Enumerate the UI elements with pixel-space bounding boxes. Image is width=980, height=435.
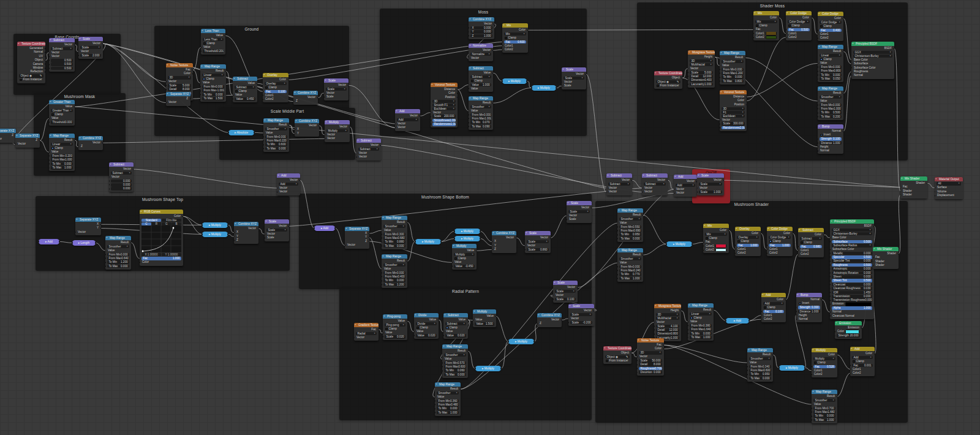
node-texture-coordinate[interactable]: Texture CoordinateObjectObject ◉✎From In… <box>603 346 631 364</box>
node-bump[interactable]: BumpNormalInvertStrength0.100Distance1.0… <box>818 124 843 154</box>
field-from-max[interactable]: From Max0.480 <box>437 403 459 407</box>
node-header[interactable]: Map Range <box>105 236 131 240</box>
socket[interactable] <box>349 126 350 128</box>
socket[interactable] <box>642 191 643 193</box>
socket[interactable] <box>263 91 263 93</box>
socket[interactable] <box>688 80 688 81</box>
field-scale[interactable]: Scale0.860 <box>527 248 549 252</box>
socket[interactable] <box>45 59 45 61</box>
node-header[interactable]: Combine XYZ <box>537 313 562 317</box>
socket[interactable] <box>318 125 319 127</box>
socket[interactable] <box>452 265 453 267</box>
field-from-max[interactable]: From Max1.000 <box>51 158 73 162</box>
node-header[interactable]: Map Range <box>720 51 745 55</box>
socket[interactable] <box>617 266 618 268</box>
field-scale[interactable]: Scale300.000 <box>722 122 745 126</box>
field-to-max[interactable]: To Max0.000 <box>265 147 287 151</box>
socket[interactable] <box>49 151 50 153</box>
node-header[interactable]: Divide <box>414 313 439 317</box>
socket[interactable] <box>935 195 935 197</box>
socket[interactable] <box>263 99 263 100</box>
socket[interactable] <box>469 122 469 124</box>
field-metallic[interactable]: Metallic0.000 <box>832 252 872 255</box>
socket[interactable] <box>496 316 496 317</box>
socket[interactable] <box>792 233 793 235</box>
socket[interactable] <box>380 145 381 146</box>
socket[interactable] <box>617 230 618 232</box>
socket[interactable] <box>492 241 492 243</box>
dropdown-multifractal[interactable]: Multifractal▾ <box>656 317 679 320</box>
socket[interactable] <box>45 48 45 50</box>
node-map-range[interactable]: Map RangeResultSmoother Step▾ValueFrom M… <box>382 216 407 249</box>
socket[interactable] <box>830 272 831 274</box>
field-from-min[interactable]: From Min0.380 <box>690 324 712 328</box>
node-header[interactable]: Separate XYZ <box>166 92 190 96</box>
socket[interactable] <box>725 320 727 322</box>
node-multiply[interactable]: ▸ Multiply <box>502 78 527 84</box>
socket[interactable] <box>900 191 901 192</box>
field-0-500[interactable]: 0.500 <box>51 62 73 66</box>
socket[interactable] <box>516 237 516 239</box>
socket[interactable] <box>606 191 607 193</box>
field-fac[interactable]: Fac0.100 <box>265 90 287 94</box>
node-gradient-texture[interactable]: Gradient TextureFacRadial▾Vector <box>354 323 379 341</box>
node-rgb-curves[interactable]: RGB CurvesColorStandardFilm-likeCRGB X 1… <box>140 210 183 266</box>
socket[interactable] <box>830 292 831 293</box>
socket[interactable] <box>837 396 837 398</box>
node-header[interactable]: Musgrave Texture <box>654 304 681 308</box>
socket[interactable] <box>469 110 469 112</box>
node-separate-xyz[interactable]: Separate XYZXYVector <box>75 218 101 235</box>
socket[interactable] <box>900 186 901 188</box>
object-picker[interactable]: Object ◉✎ <box>19 74 43 78</box>
socket[interactable] <box>818 29 818 31</box>
node-subtract[interactable]: SubtractValueSubtract▾ClampValue1.000Val… <box>469 66 493 92</box>
node-multiply[interactable]: ▸ Multiply <box>666 241 692 247</box>
socket[interactable] <box>345 244 345 246</box>
socket[interactable] <box>703 249 704 251</box>
node-mix[interactable]: MixColorMix▾ClampFacColor1Color2 <box>703 224 729 253</box>
socket[interactable] <box>382 280 382 282</box>
dropdown-smoother-step[interactable]: Smoother Step▾ <box>470 105 491 109</box>
socket[interactable] <box>382 268 382 270</box>
socket[interactable] <box>457 89 458 91</box>
field-from-max[interactable]: From Max1.000 <box>470 117 491 121</box>
socket[interactable] <box>233 98 233 100</box>
node-header[interactable]: Scale <box>525 231 551 235</box>
socket[interactable] <box>225 35 225 37</box>
node-combine-xyz[interactable]: Combine XYZVectorZ <box>293 91 318 105</box>
socket[interactable] <box>382 245 382 247</box>
node-combine-xyz[interactable]: Combine XYZVectorXYZ <box>492 231 516 253</box>
socket[interactable] <box>720 80 720 82</box>
field-scale[interactable]: Scale2.000 <box>80 54 101 58</box>
socket[interactable] <box>796 307 797 309</box>
node-header[interactable]: Bump <box>818 124 843 129</box>
socket[interactable] <box>469 88 469 89</box>
node-header[interactable]: Add <box>850 347 875 351</box>
node-header[interactable]: Mix Shader <box>873 247 899 251</box>
node-combine-xyz[interactable]: Combine XYZVectorX0.000Y0.000Z1.000 <box>469 17 494 39</box>
dropdown-ggx[interactable]: GGX▾ <box>832 229 872 232</box>
field-sheen[interactable]: Sheen0.000 <box>832 275 872 279</box>
socket[interactable] <box>654 322 655 323</box>
field-from-min[interactable]: From Min0.000 <box>820 104 842 107</box>
socket[interactable] <box>720 65 720 67</box>
socket[interactable] <box>688 68 688 70</box>
curve-xy-values[interactable]: X 1.00000Y 1.00000 <box>141 253 181 256</box>
node-add[interactable]: AddColorAdd▾ClampFac0.100Color1Color2 <box>761 293 786 322</box>
node-header[interactable]: Combine XYZ <box>492 231 516 235</box>
dropdown-scale[interactable]: Scale▾ <box>326 88 347 91</box>
socket[interactable] <box>785 299 786 301</box>
socket[interactable] <box>796 319 797 320</box>
socket[interactable] <box>761 314 762 316</box>
node-header[interactable]: Map Range <box>688 303 714 308</box>
socket[interactable] <box>39 140 40 142</box>
socket[interactable] <box>109 188 110 190</box>
socket[interactable] <box>78 55 79 56</box>
dropdown-ping-pong[interactable]: Ping-pong▾ <box>385 323 405 327</box>
socket[interactable] <box>225 70 226 72</box>
socket[interactable] <box>818 100 818 102</box>
field-scale[interactable]: Scale0.020 <box>385 335 405 339</box>
field-z[interactable]: Z1.000 <box>470 34 492 38</box>
node-header[interactable]: Color Dodge <box>818 12 843 16</box>
socket[interactable] <box>382 284 382 286</box>
